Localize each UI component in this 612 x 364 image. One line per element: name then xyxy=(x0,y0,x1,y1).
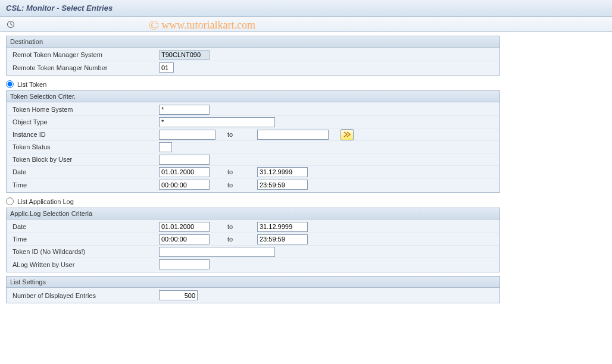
applog-time-label: Time xyxy=(10,236,159,243)
instance-id-to-label: to xyxy=(227,131,245,138)
applog-token-id-label: Token ID (No Wildcards!) xyxy=(10,248,159,255)
remote-system-row: Remot Token Manager System xyxy=(7,49,499,61)
applog-time-to-input[interactable] xyxy=(257,234,308,244)
instance-id-label: Instance ID xyxy=(10,131,159,138)
token-time-row: Time to xyxy=(7,178,499,191)
title-bar: CSL: Monitor - Select Entries xyxy=(0,0,612,17)
token-status-label: Token Status xyxy=(10,143,159,150)
applog-user-row: ALog Written by User xyxy=(7,258,499,271)
remote-system-label: Remot Token Manager System xyxy=(10,51,159,58)
applog-date-to-label: to xyxy=(227,223,245,230)
list-settings-legend: List Settings xyxy=(7,277,499,288)
token-date-row: Date to xyxy=(7,166,499,178)
token-home-system-label: Token Home System xyxy=(10,106,159,113)
token-criteria-legend: Token Selection Criter. xyxy=(7,91,499,102)
list-token-radio-label: List Token xyxy=(17,81,46,88)
remote-number-label: Remote Token Manager Number xyxy=(10,64,159,71)
token-time-from-input[interactable] xyxy=(159,180,210,190)
object-type-label: Object Type xyxy=(10,118,159,125)
token-time-to-label: to xyxy=(227,181,245,189)
applog-user-input[interactable] xyxy=(159,259,210,269)
applog-time-to-label: to xyxy=(227,236,245,243)
applog-legend: Applic.Log Selection Criteria xyxy=(7,208,499,219)
instance-id-to-input[interactable] xyxy=(257,130,329,140)
svg-line-2 xyxy=(11,24,13,26)
applog-token-id-row: Token ID (No Wildcards!) xyxy=(7,246,499,258)
token-time-label: Time xyxy=(10,181,159,189)
applog-time-from-input[interactable] xyxy=(159,234,210,244)
applog-user-label: ALog Written by User xyxy=(10,261,159,268)
token-home-system-row: Token Home System xyxy=(7,103,499,116)
displayed-entries-row: Number of Displayed Entries xyxy=(7,289,499,302)
multiple-selection-button[interactable] xyxy=(341,129,354,140)
token-home-system-input[interactable] xyxy=(159,105,210,115)
object-type-input[interactable] xyxy=(159,117,275,127)
token-date-to-label: to xyxy=(227,168,245,175)
app-log-radio[interactable] xyxy=(6,197,14,205)
token-date-from-input[interactable] xyxy=(159,167,210,177)
token-block-user-input[interactable] xyxy=(159,155,210,165)
token-block-user-label: Token Block by User xyxy=(10,156,159,163)
remote-system-input xyxy=(159,50,210,60)
remote-number-row: Remote Token Manager Number xyxy=(7,61,499,74)
toolbar xyxy=(0,17,612,32)
token-date-label: Date xyxy=(10,168,159,175)
list-settings-group: List Settings Number of Displayed Entrie… xyxy=(6,276,500,303)
destination-group: Destination Remot Token Manager System R… xyxy=(6,36,500,76)
token-block-user-row: Token Block by User xyxy=(7,153,499,166)
list-token-radio[interactable] xyxy=(6,80,14,88)
execute-icon[interactable] xyxy=(6,20,15,29)
displayed-entries-label: Number of Displayed Entries xyxy=(10,292,159,299)
applog-time-row: Time to xyxy=(7,233,499,246)
applog-criteria-group: Applic.Log Selection Criteria Date to Ti… xyxy=(6,208,500,272)
token-date-to-input[interactable] xyxy=(257,167,308,177)
list-token-radio-row: List Token xyxy=(6,80,500,88)
applog-date-label: Date xyxy=(10,223,159,230)
page-title: CSL: Monitor - Select Entries xyxy=(6,4,113,12)
token-status-row: Token Status xyxy=(7,141,499,153)
applog-date-to-input[interactable] xyxy=(257,222,308,232)
remote-number-input[interactable] xyxy=(159,62,174,73)
app-log-radio-row: List Application Log xyxy=(6,197,500,205)
object-type-row: Object Type xyxy=(7,116,499,128)
applog-date-from-input[interactable] xyxy=(159,222,210,232)
token-status-input[interactable] xyxy=(159,142,172,152)
applog-date-row: Date to xyxy=(7,221,499,233)
instance-id-from-input[interactable] xyxy=(159,130,216,140)
instance-id-row: Instance ID to xyxy=(7,128,499,141)
token-time-to-input[interactable] xyxy=(257,180,308,190)
applog-token-id-input[interactable] xyxy=(159,247,275,257)
displayed-entries-input[interactable] xyxy=(159,290,198,300)
app-log-radio-label: List Application Log xyxy=(17,198,74,205)
token-criteria-group: Token Selection Criter. Token Home Syste… xyxy=(6,90,500,193)
destination-legend: Destination xyxy=(7,36,499,48)
